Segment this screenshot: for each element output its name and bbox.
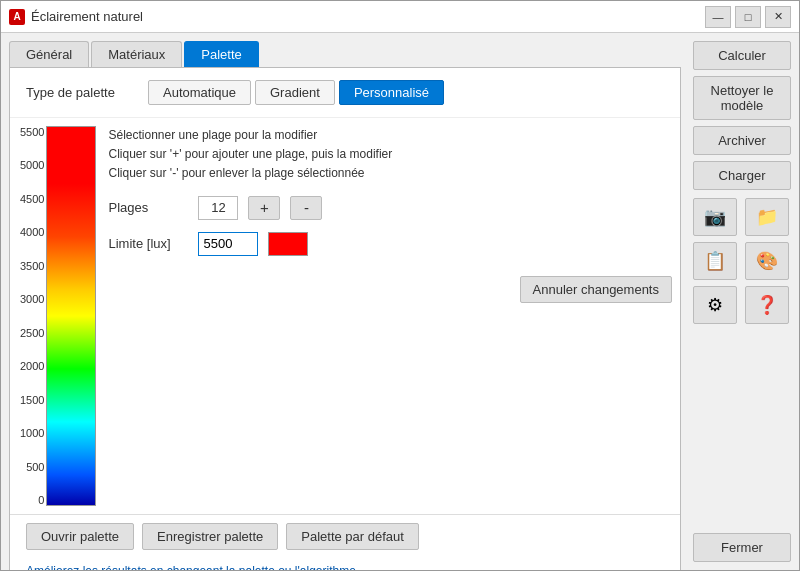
palette-type-row: Type de palette Automatique Gradient Per… <box>10 68 680 118</box>
close-button[interactable]: ✕ <box>765 6 791 28</box>
label-4000: 4000 <box>20 226 44 238</box>
clipboard-icon: 📋 <box>704 250 726 272</box>
tabs-bar: Général Matériaux Palette <box>1 33 689 67</box>
right-content: Sélectionner une plage pour la modifier … <box>108 126 672 506</box>
plages-count: 12 <box>198 196 238 220</box>
sidebar-spacer <box>693 330 791 527</box>
label-5000: 5000 <box>20 159 44 171</box>
label-2000: 2000 <box>20 360 44 372</box>
clipboard-button[interactable]: 📋 <box>693 242 737 280</box>
palette-icon-button[interactable]: 🎨 <box>745 242 789 280</box>
palette-option-automatique[interactable]: Automatique <box>148 80 251 105</box>
main-window: A Éclairement naturel — □ ✕ Général Maté… <box>0 0 800 571</box>
label-2500: 2500 <box>20 327 44 339</box>
sidebar: Calculer Nettoyer le modèle Archiver Cha… <box>689 33 799 570</box>
info-line1: Améliorez les résultats en changeant la … <box>26 564 664 570</box>
content-area: Général Matériaux Palette Type de palett… <box>1 33 799 570</box>
palette-main: 5500 5000 4500 4000 3500 3000 2500 2000 … <box>10 118 680 514</box>
titlebar-controls: — □ ✕ <box>705 6 791 28</box>
label-5500: 5500 <box>20 126 44 138</box>
gradient-bar <box>46 126 96 506</box>
tab-general[interactable]: Général <box>9 41 89 67</box>
folder-button[interactable]: 📁 <box>745 198 789 236</box>
sidebar-icons-grid: 📷 📁 📋 🎨 ⚙ ❓ <box>693 198 791 324</box>
annuler-row: Annuler changements <box>108 276 672 303</box>
app-icon: A <box>9 9 25 25</box>
instruction-line2: Cliquer sur '+' pour ajouter une plage, … <box>108 145 672 164</box>
palette-options: Automatique Gradient Personnalisé <box>148 80 444 105</box>
camera-button[interactable]: 📷 <box>693 198 737 236</box>
tab-materiaux[interactable]: Matériaux <box>91 41 182 67</box>
label-0: 0 <box>38 494 44 506</box>
color-bar-area: 5500 5000 4500 4000 3500 3000 2500 2000 … <box>18 126 96 506</box>
titlebar-left: A Éclairement naturel <box>9 9 143 25</box>
minimize-button[interactable]: — <box>705 6 731 28</box>
tab-palette[interactable]: Palette <box>184 41 258 67</box>
label-1500: 1500 <box>20 394 44 406</box>
color-swatch[interactable] <box>268 232 308 256</box>
annuler-button[interactable]: Annuler changements <box>520 276 672 303</box>
folder-icon: 📁 <box>756 206 778 228</box>
bottom-buttons: Ouvrir palette Enregistrer palette Palet… <box>10 514 680 558</box>
settings-button[interactable]: ⚙ <box>693 286 737 324</box>
enregistrer-palette-button[interactable]: Enregistrer palette <box>142 523 278 550</box>
limite-label: Limite [lux] <box>108 236 188 251</box>
palette-icon: 🎨 <box>756 250 778 272</box>
window-title: Éclairement naturel <box>31 9 143 24</box>
calculer-button[interactable]: Calculer <box>693 41 791 70</box>
instruction-line3: Cliquer sur '-' pour enlever la plage sé… <box>108 164 672 183</box>
titlebar: A Éclairement naturel — □ ✕ <box>1 1 799 33</box>
plages-row: Plages 12 + - <box>108 196 672 220</box>
instructions: Sélectionner une plage pour la modifier … <box>108 126 672 184</box>
label-4500: 4500 <box>20 193 44 205</box>
label-1000: 1000 <box>20 427 44 439</box>
label-3000: 3000 <box>20 293 44 305</box>
panel-body: Type de palette Automatique Gradient Per… <box>9 67 681 570</box>
help-icon: ❓ <box>756 294 778 316</box>
ouvrir-palette-button[interactable]: Ouvrir palette <box>26 523 134 550</box>
label-500: 500 <box>26 461 44 473</box>
help-button[interactable]: ❓ <box>745 286 789 324</box>
charger-button[interactable]: Charger <box>693 161 791 190</box>
defaut-palette-button[interactable]: Palette par défaut <box>286 523 419 550</box>
info-text: Améliorez les résultats en changeant la … <box>10 558 680 570</box>
limite-input[interactable] <box>198 232 258 256</box>
plus-button[interactable]: + <box>248 196 280 220</box>
maximize-button[interactable]: □ <box>735 6 761 28</box>
main-panel: Général Matériaux Palette Type de palett… <box>1 33 689 570</box>
gear-icon: ⚙ <box>707 294 723 316</box>
palette-type-label: Type de palette <box>26 85 136 100</box>
plages-label: Plages <box>108 200 188 215</box>
instruction-line1: Sélectionner une plage pour la modifier <box>108 126 672 145</box>
color-bar-labels: 5500 5000 4500 4000 3500 3000 2500 2000 … <box>18 126 46 506</box>
limite-row: Limite [lux] <box>108 232 672 256</box>
palette-option-personnalise[interactable]: Personnalisé <box>339 80 444 105</box>
camera-icon: 📷 <box>704 206 726 228</box>
minus-button[interactable]: - <box>290 196 322 220</box>
nettoyer-button[interactable]: Nettoyer le modèle <box>693 76 791 120</box>
label-3500: 3500 <box>20 260 44 272</box>
palette-option-gradient[interactable]: Gradient <box>255 80 335 105</box>
archiver-button[interactable]: Archiver <box>693 126 791 155</box>
fermer-button[interactable]: Fermer <box>693 533 791 562</box>
